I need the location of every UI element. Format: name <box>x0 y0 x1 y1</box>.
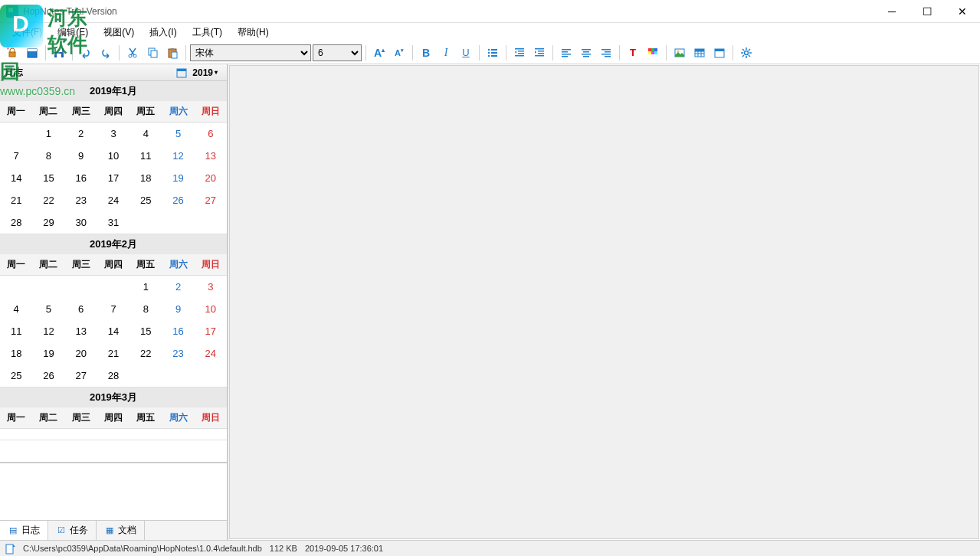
calendar-day[interactable]: 10 <box>195 298 227 320</box>
insert-table-button[interactable] <box>690 44 709 62</box>
calendar-day[interactable]: 13 <box>195 145 227 167</box>
calendar-day[interactable]: 18 <box>0 342 32 365</box>
paste-button[interactable] <box>163 44 182 62</box>
outdent-button[interactable] <box>510 44 529 62</box>
undo-button[interactable] <box>77 44 95 62</box>
calendar-day[interactable]: 13 <box>65 320 97 342</box>
calendar-day[interactable]: 3 <box>97 123 129 145</box>
calendar-day[interactable]: 19 <box>32 342 64 365</box>
calendar-day[interactable]: 20 <box>65 342 97 365</box>
calendar-day[interactable]: 23 <box>65 189 97 211</box>
menu-file[interactable]: 文件(F) <box>5 23 50 42</box>
menu-edit[interactable]: 编辑(E) <box>50 23 96 42</box>
calendar-day[interactable]: 16 <box>162 320 194 342</box>
calendar-day[interactable]: 27 <box>65 365 97 387</box>
calendar-day[interactable]: 1 <box>32 123 64 145</box>
calendar-day[interactable]: 5 <box>162 123 194 145</box>
calendar-day[interactable]: 1 <box>129 276 162 298</box>
calendar-day[interactable]: 9 <box>162 298 194 320</box>
calendar-day[interactable]: 19 <box>162 167 194 189</box>
bold-button[interactable]: B <box>417 44 435 62</box>
calendar-day[interactable]: 2 <box>162 276 194 298</box>
calendar-scroll[interactable]: 2019年1月周一周二周三周四周五周六周日1234567891011121314… <box>0 81 227 462</box>
tab-journal[interactable]: ▤日志 <box>0 521 48 540</box>
cut-button[interactable] <box>123 44 142 62</box>
font-size-select[interactable]: 6 <box>313 44 362 61</box>
calendar-day[interactable]: 6 <box>65 298 97 320</box>
calendar-day[interactable]: 22 <box>32 189 64 211</box>
calendar-day[interactable]: 16 <box>65 167 97 189</box>
calendar-day[interactable]: 20 <box>195 167 227 189</box>
calendar-day[interactable]: 31 <box>97 211 129 234</box>
text-color-button[interactable]: T <box>624 44 642 62</box>
font-select[interactable]: 宋体 <box>190 44 311 61</box>
calendar-day[interactable]: 15 <box>129 320 162 342</box>
calendar-day[interactable]: 17 <box>195 320 227 342</box>
calendar-day[interactable]: 29 <box>32 211 64 234</box>
calendar-day[interactable]: 25 <box>0 365 32 387</box>
copy-button[interactable] <box>143 44 162 62</box>
tab-tasks[interactable]: ☑任务 <box>48 521 97 540</box>
bullet-list-button[interactable] <box>483 44 502 62</box>
calendar-day[interactable]: 24 <box>195 342 227 365</box>
calendar-day[interactable]: 8 <box>129 298 162 320</box>
calendar-day[interactable]: 27 <box>195 189 227 211</box>
calendar-day[interactable]: 26 <box>162 189 194 211</box>
insert-date-button[interactable] <box>710 44 729 62</box>
calendar-day[interactable]: 23 <box>162 342 194 365</box>
font-grow-button[interactable]: A▴ <box>370 44 388 62</box>
calendar-day[interactable]: 6 <box>195 123 227 145</box>
font-shrink-button[interactable]: A▾ <box>390 44 408 62</box>
calendar-day[interactable]: 12 <box>162 145 194 167</box>
highlight-button[interactable] <box>644 44 662 62</box>
insert-image-button[interactable] <box>670 44 689 62</box>
calendar-day[interactable]: 7 <box>97 298 129 320</box>
minimize-button[interactable]: ─ <box>874 0 910 23</box>
align-center-button[interactable] <box>577 44 595 62</box>
calendar-day[interactable]: 7 <box>0 145 32 167</box>
calendar-day[interactable]: 21 <box>0 189 32 211</box>
calendar-day[interactable]: 2 <box>65 123 97 145</box>
redo-button[interactable] <box>97 44 115 62</box>
calendar-day[interactable]: 22 <box>129 342 162 365</box>
maximize-button[interactable]: ☐ <box>910 0 945 23</box>
settings-button[interactable] <box>737 44 755 62</box>
calendar-day[interactable]: 5 <box>32 298 64 320</box>
calendar-day[interactable]: 3 <box>195 276 227 298</box>
calendar-day[interactable]: 11 <box>129 145 162 167</box>
align-left-button[interactable] <box>557 44 575 62</box>
calendar-day[interactable]: 17 <box>97 167 129 189</box>
tab-documents[interactable]: ▦文档 <box>97 521 145 540</box>
underline-button[interactable]: U <box>457 44 475 62</box>
calendar-day[interactable]: 9 <box>65 145 97 167</box>
menu-tools[interactable]: 工具(T) <box>185 23 230 42</box>
calendar-day[interactable]: 25 <box>129 189 162 211</box>
menu-insert[interactable]: 插入(I) <box>142 23 184 42</box>
menu-view[interactable]: 视图(V) <box>96 23 142 42</box>
calendar-day[interactable]: 14 <box>97 320 129 342</box>
menu-help[interactable]: 帮助(H) <box>230 23 277 42</box>
save-button[interactable] <box>50 44 68 62</box>
calendar-button[interactable] <box>23 44 41 62</box>
calendar-day[interactable]: 8 <box>32 145 64 167</box>
calendar-day[interactable]: 18 <box>129 167 162 189</box>
calendar-day[interactable]: 24 <box>97 189 129 211</box>
editor-area[interactable] <box>229 65 979 539</box>
calendar-day[interactable]: 30 <box>65 211 97 234</box>
italic-button[interactable]: I <box>437 44 455 62</box>
calendar-day[interactable]: 4 <box>0 298 32 320</box>
indent-button[interactable] <box>530 44 549 62</box>
year-selector[interactable]: 2019 <box>192 67 215 78</box>
calendar-day[interactable]: 21 <box>97 342 129 365</box>
calendar-day[interactable]: 28 <box>97 365 129 387</box>
calendar-day[interactable]: 14 <box>0 167 32 189</box>
calendar-day[interactable]: 4 <box>129 123 162 145</box>
calendar-day[interactable]: 10 <box>97 145 129 167</box>
calendar-day[interactable]: 26 <box>32 365 64 387</box>
calendar-day[interactable]: 12 <box>32 320 64 342</box>
calendar-day[interactable]: 11 <box>0 320 32 342</box>
lock-button[interactable]: * <box>3 44 21 62</box>
year-dropdown-icon[interactable]: ▾ <box>215 69 222 76</box>
calendar-toggle-icon[interactable] <box>174 66 189 80</box>
calendar-day[interactable]: 28 <box>0 211 32 234</box>
